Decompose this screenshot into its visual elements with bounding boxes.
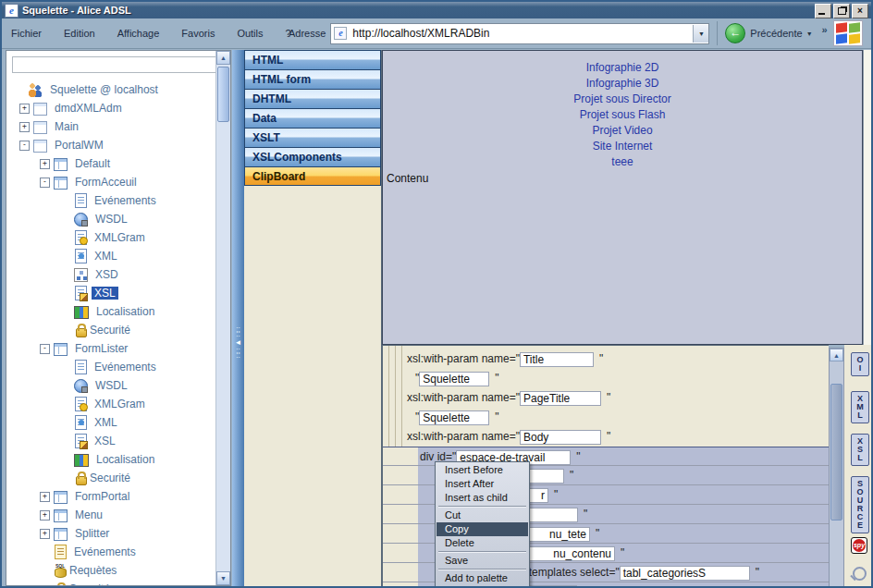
- scroll-down-icon[interactable]: ▼: [216, 571, 230, 585]
- address-input[interactable]: [350, 25, 693, 43]
- editor-scroll-thumb[interactable]: [830, 384, 842, 521]
- tree-item-formacceuil[interactable]: -FormAcceuil: [6, 173, 215, 191]
- collapse-left-icon[interactable]: ◄: [232, 338, 244, 347]
- context-menu-item-delete[interactable]: Delete: [436, 536, 528, 550]
- back-button[interactable]: Précédente: [750, 28, 802, 39]
- expand-plus-icon[interactable]: +: [40, 510, 50, 521]
- palette-section-dhtml[interactable]: DHTML: [244, 89, 381, 108]
- tree-item-xsl[interactable]: XSL: [6, 432, 215, 450]
- expand-plus-icon[interactable]: +: [40, 492, 50, 502]
- menu-edition[interactable]: Edition: [64, 28, 95, 39]
- editor-row[interactable]: "Squelette": [383, 408, 829, 427]
- tree-item-xsd[interactable]: XSD: [6, 265, 215, 284]
- context-menu-item-copy[interactable]: Copy: [436, 522, 528, 536]
- spy-button[interactable]: spy: [851, 537, 867, 554]
- tree-scroll-thumb[interactable]: [217, 67, 229, 122]
- panel-splitter[interactable]: ⁚⁚⁚⁚ ◄ ⁚⁚⁚⁚: [232, 50, 244, 586]
- expand-plus-icon[interactable]: +: [19, 104, 30, 114]
- palette-section-html-form[interactable]: HTML form: [244, 69, 381, 89]
- scroll-up-icon[interactable]: ▲: [216, 51, 230, 65]
- editor-value-input[interactable]: Title: [520, 352, 594, 367]
- tree-item-formportal[interactable]: +FormPortal: [6, 487, 215, 506]
- tab-xml[interactable]: X M L: [851, 391, 869, 423]
- tree-item-xsl[interactable]: XSL: [6, 284, 215, 302]
- menu-fichier[interactable]: Fichier: [11, 28, 42, 39]
- menu-outils[interactable]: Outils: [237, 28, 263, 39]
- palette-section-xslcomponents[interactable]: XSLComponents: [244, 147, 381, 166]
- back-icon[interactable]: ←: [725, 23, 745, 43]
- tree-item-requ-tes[interactable]: Requètes: [6, 561, 215, 580]
- tab-oi[interactable]: O I: [851, 352, 869, 376]
- preview-link-infographie-2d[interactable]: Infographie 2D: [383, 60, 862, 76]
- editor-value-input[interactable]: Squelette: [419, 372, 489, 386]
- preview-link-projet-video[interactable]: Projet Video: [383, 123, 862, 139]
- context-menu-item-insert-before[interactable]: Insert Before: [436, 463, 528, 477]
- collapse-minus-icon[interactable]: -: [19, 141, 30, 151]
- context-menu-item-add-to-palette[interactable]: Add to palette: [436, 571, 528, 585]
- tab-xsl[interactable]: X S L: [851, 434, 869, 466]
- tree-item-wsdl[interactable]: WSDL: [6, 376, 215, 395]
- tree-item-localisation[interactable]: Localisation: [6, 450, 215, 469]
- editor-row[interactable]: xsl:with-param name="Body": [383, 427, 829, 447]
- editor-value-input[interactable]: tabl_categoriesS: [620, 566, 750, 581]
- tree-item-menu[interactable]: +Menu: [6, 506, 215, 524]
- menu-affichage[interactable]: Affichage: [117, 28, 160, 39]
- restore-button[interactable]: [833, 4, 850, 18]
- editor-row[interactable]: xsl:with-param name="PageTitle": [383, 388, 829, 408]
- close-button[interactable]: ×: [852, 4, 868, 18]
- menu-favoris[interactable]: Favoris: [181, 28, 215, 39]
- context-menu-item-cut[interactable]: Cut: [436, 508, 528, 522]
- tree-item-xmlgram[interactable]: XMLGram: [6, 395, 215, 413]
- collapse-minus-icon[interactable]: -: [40, 344, 50, 354]
- expand-plus-icon[interactable]: +: [40, 529, 50, 539]
- palette-section-xslt[interactable]: XSLT: [244, 128, 381, 147]
- tree-search-input[interactable]: [12, 56, 219, 73]
- tree-item-portalwm[interactable]: -PortalWM: [6, 136, 215, 154]
- tree-item-squelette-localhost[interactable]: Squelette @ localhost: [6, 80, 215, 99]
- tree-item-dmdxmladm[interactable]: +dmdXMLAdm: [6, 99, 215, 117]
- preview-link-projet-sous-director[interactable]: Projet sous Director: [383, 92, 862, 107]
- tree-item-splitter[interactable]: +Splitter: [6, 524, 215, 543]
- editor-row[interactable]: "Squelette": [383, 369, 829, 388]
- tree-item-ev-nements[interactable]: Evénements: [6, 358, 215, 376]
- tab-source[interactable]: S O U R C E: [851, 476, 869, 533]
- scroll-up-icon[interactable]: ▲: [830, 349, 843, 361]
- back-dropdown-icon[interactable]: ▼: [806, 31, 813, 37]
- tree-item-xmlgram[interactable]: XMLGram: [6, 228, 215, 247]
- tree-item-xml[interactable]: XML: [6, 413, 215, 432]
- palette-section-data[interactable]: Data: [244, 108, 381, 128]
- context-menu-item-save[interactable]: Save: [436, 554, 528, 568]
- palette-section-clipboard[interactable]: ClipBoard: [244, 166, 381, 186]
- expand-plus-icon[interactable]: +: [19, 122, 30, 132]
- tree-item-main[interactable]: +Main: [6, 117, 215, 136]
- editor-scrollbar[interactable]: ▲: [829, 348, 844, 588]
- tree-item-xml[interactable]: XML: [6, 247, 215, 265]
- preview-link-site-internet[interactable]: Site Internet: [383, 139, 862, 154]
- tree-item-ev-nements[interactable]: Evénements: [6, 191, 215, 210]
- toolbar-overflow-chevron[interactable]: »: [822, 24, 828, 35]
- context-menu-item-insert-after[interactable]: Insert After: [436, 477, 528, 491]
- magnifier-icon[interactable]: [853, 567, 867, 581]
- collapse-minus-icon[interactable]: -: [40, 178, 50, 188]
- tree-item-formlister[interactable]: -FormLister: [6, 339, 215, 358]
- tree-item-ev-nements[interactable]: Evénements: [6, 543, 215, 561]
- editor-value-input[interactable]: Squelette: [419, 410, 489, 425]
- address-dropdown-button[interactable]: ▼: [693, 25, 708, 43]
- preview-link-projet-sous-flash[interactable]: Projet sous Flash: [383, 107, 862, 123]
- editor-value-input[interactable]: PageTitle: [520, 391, 601, 406]
- tree-item-securit[interactable]: Securité: [6, 321, 215, 339]
- address-combo[interactable]: e ▼: [330, 23, 709, 44]
- editor-row[interactable]: xsl:with-param name="Title": [383, 349, 829, 369]
- tree-item-default[interactable]: +Default: [6, 154, 215, 173]
- palette-section-html[interactable]: HTML: [244, 50, 381, 69]
- editor-value-input[interactable]: Body: [520, 430, 601, 445]
- context-menu-item-insert-as-child[interactable]: Insert as child: [436, 491, 528, 505]
- tree-item-securit[interactable]: Securité: [6, 580, 215, 586]
- preview-link-infographie-3d[interactable]: Infographie 3D: [383, 76, 862, 92]
- tree-item-wsdl[interactable]: WSDL: [6, 210, 215, 228]
- minimize-button[interactable]: [815, 4, 831, 18]
- preview-link-teee[interactable]: teee: [383, 154, 862, 170]
- expand-plus-icon[interactable]: +: [40, 159, 50, 169]
- tree-item-securit[interactable]: Securité: [6, 469, 215, 487]
- tree-scrollbar[interactable]: ▲ ▼: [215, 51, 230, 585]
